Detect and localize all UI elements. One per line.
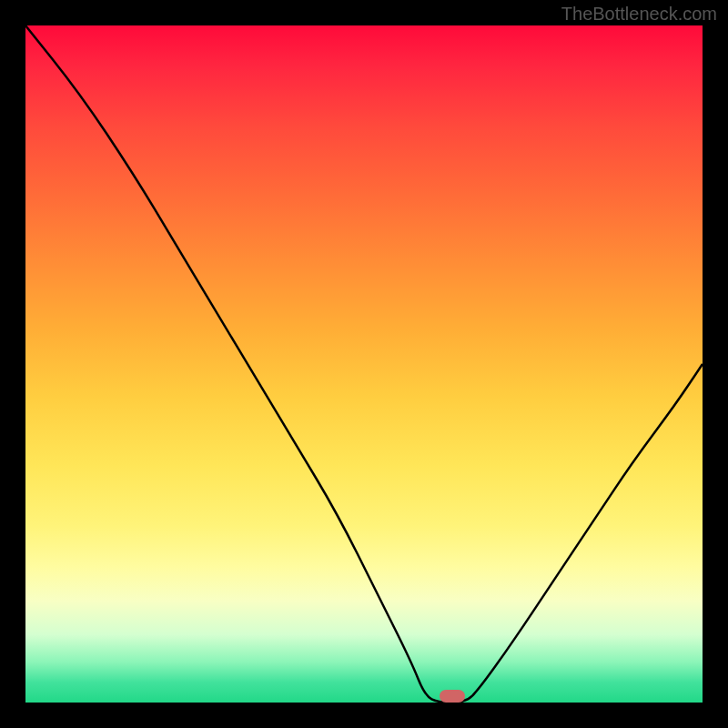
chart-curve-svg (25, 25, 703, 703)
bottleneck-curve-path (25, 25, 703, 703)
optimal-marker (440, 690, 465, 703)
watermark-text: TheBottleneck.com (561, 4, 717, 25)
chart-container (25, 25, 703, 703)
